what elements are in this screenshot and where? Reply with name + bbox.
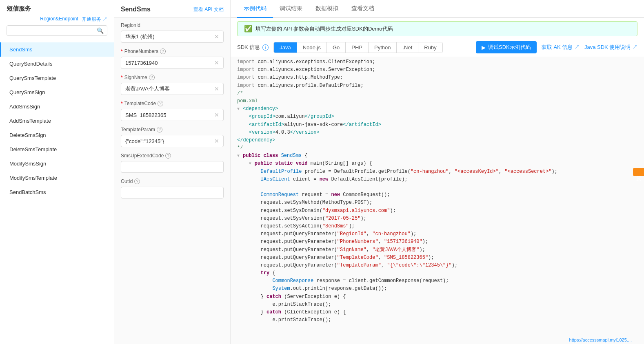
lang-tab-php[interactable]: PHP <box>346 42 369 53</box>
form-label-region-id: RegionId <box>121 22 224 28</box>
code-block: import com.aliyuncs.exceptions.ClientExc… <box>237 58 637 332</box>
clear-icon-template-code[interactable]: ✕ <box>214 112 219 118</box>
required-indicator: * <box>121 101 123 106</box>
form-group-template-code: * TemplateCode?✕ <box>121 101 224 121</box>
form-label-phone-numbers: * PhoneNumbers? <box>121 49 224 54</box>
url-bar: https://accesssmapi.myi1025.... <box>569 337 632 342</box>
notice-bar: ✅ 填写左侧的 API 参数会自动同步生成对应SDK的Demo代码 <box>237 21 637 36</box>
help-icon-template-code[interactable]: ? <box>158 101 163 106</box>
middle-title: SendSms <box>121 6 151 13</box>
form-label-sign-name: * SignName? <box>121 75 224 80</box>
help-icon-out-id[interactable]: ? <box>134 179 140 184</box>
tab-data-mock[interactable]: 数据模拟 <box>309 0 345 18</box>
form-label-template-code: * TemplateCode? <box>121 101 224 106</box>
sidebar-item-add-sms-sign[interactable]: AddSmsSign <box>0 99 114 114</box>
required-indicator: * <box>121 49 123 54</box>
sidebar-item-query-sms-template[interactable]: QuerySmsTemplate <box>0 71 114 85</box>
code-area: import com.aliyuncs.exceptions.ClientExc… <box>231 57 644 344</box>
middle-header: SendSms 查看 API 文档 <box>114 0 230 18</box>
play-icon: ▶ <box>482 44 486 51</box>
tab-view-doc[interactable]: 查看文档 <box>345 0 381 18</box>
lang-tab-python[interactable]: Python <box>369 42 397 53</box>
form-group-sign-name: * SignName?✕ <box>121 75 224 95</box>
lang-tab-java[interactable]: Java <box>274 42 297 53</box>
sidebar-item-modify-sms-sign[interactable]: ModifySmsSign <box>0 157 114 171</box>
notice-text: 填写左侧的 API 参数会自动同步生成对应SDK的Demo代码 <box>255 25 393 33</box>
form-group-out-id: OutId? <box>121 179 224 198</box>
lang-tab-nodejs[interactable]: Node.js <box>297 42 327 53</box>
input-sms-up-extend-code[interactable] <box>125 164 219 170</box>
form-group-region-id: RegionId✕ <box>121 22 224 43</box>
search-input[interactable] <box>10 28 97 34</box>
clear-icon-phone-numbers[interactable]: ✕ <box>214 60 219 66</box>
notice-check-icon: ✅ <box>244 25 252 33</box>
sidebar-item-delete-sms-template[interactable]: DeleteSmsTemplate <box>0 142 114 157</box>
form-label-template-param: TemplateParam? <box>121 127 224 132</box>
lang-tab-go[interactable]: Go <box>327 42 346 53</box>
input-wrap-template-code: ✕ <box>121 109 224 121</box>
input-wrap-region-id: ✕ <box>121 31 224 43</box>
search-icon: 🔍 <box>97 27 104 34</box>
sidebar-item-delete-sms-sign[interactable]: DeleteSmsSign <box>0 128 114 142</box>
sidebar: 短信服务 Region&Endpoint 开通服务 ↗ 🔍 SendSmsQue… <box>0 0 114 344</box>
right-panel: 示例代码调试结果数据模拟查看文档 ✅ 填写左侧的 API 参数会自动同步生成对应… <box>231 0 644 344</box>
help-icon-template-param[interactable]: ? <box>157 127 162 132</box>
try-sdk-btn-label: 调试SDK示例代码 <box>488 44 531 51</box>
clear-icon-region-id[interactable]: ✕ <box>214 33 219 40</box>
sdk-info-icon[interactable]: i <box>262 44 269 51</box>
clear-icon-sign-name[interactable]: ✕ <box>214 86 219 92</box>
form-section: RegionId✕* PhoneNumbers?✕* SignName?✕* T… <box>114 18 230 209</box>
input-template-param[interactable] <box>125 138 213 144</box>
input-sign-name[interactable] <box>125 86 213 92</box>
sidebar-item-query-send-details[interactable]: QuerySendDetails <box>0 57 114 71</box>
help-icon-phone-numbers[interactable]: ? <box>160 49 166 54</box>
region-endpoint-link[interactable]: Region&Endpoint <box>40 16 78 23</box>
form-label-out-id: OutId? <box>121 179 224 184</box>
sidebar-item-query-sms-sign[interactable]: QuerySmsSign <box>0 85 114 99</box>
sidebar-header: 短信服务 Region&Endpoint 开通服务 ↗ 🔍 <box>0 0 114 39</box>
lang-tabs-right: ▶ 调试SDK示例代码 获取 AK 信息 ↗ Java SDK 使用说明 ↗ <box>476 41 637 53</box>
lang-tab-net[interactable]: .Net <box>397 42 418 53</box>
input-phone-numbers[interactable] <box>125 60 213 66</box>
form-group-phone-numbers: * PhoneNumbers?✕ <box>121 49 224 69</box>
feedback-tab[interactable]: 反馈 <box>633 168 644 176</box>
middle-panel: SendSms 查看 API 文档 RegionId✕* PhoneNumber… <box>114 0 231 344</box>
input-wrap-sms-up-extend-code <box>121 161 224 173</box>
sidebar-item-modify-sms-template[interactable]: ModifySmsTemplate <box>0 171 114 185</box>
input-wrap-sign-name: ✕ <box>121 83 224 95</box>
try-sdk-button[interactable]: ▶ 调试SDK示例代码 <box>476 41 537 53</box>
tab-debug-result[interactable]: 调试结果 <box>273 0 309 18</box>
open-service-link[interactable]: 开通服务 ↗ <box>82 16 107 23</box>
clear-icon-template-param[interactable]: ✕ <box>214 138 219 144</box>
form-label-sms-up-extend-code: SmsUpExtendCode? <box>121 153 224 159</box>
required-indicator: * <box>121 75 123 80</box>
tab-sample-code[interactable]: 示例代码 <box>237 0 273 18</box>
form-group-template-param: TemplateParam?✕ <box>121 127 224 147</box>
search-box[interactable]: 🔍 <box>7 25 107 36</box>
input-region-id[interactable] <box>125 34 213 40</box>
sidebar-item-add-sms-template[interactable]: AddSmsTemplate <box>0 114 114 128</box>
sidebar-item-send-batch-sms[interactable]: SendBatchSms <box>0 185 114 199</box>
input-wrap-out-id <box>121 187 224 198</box>
java-sdk-link[interactable]: Java SDK 使用说明 ↗ <box>584 44 637 51</box>
sdk-info-label: SDK 信息 i <box>237 44 269 51</box>
sidebar-title: 短信服务 <box>7 5 107 13</box>
lang-tab-ruby[interactable]: Ruby <box>418 42 442 53</box>
lang-tabs-wrap: SDK 信息 i JavaNode.jsGoPHPPython.NetRuby … <box>231 40 644 57</box>
input-out-id[interactable] <box>125 190 219 196</box>
form-group-sms-up-extend-code: SmsUpExtendCode? <box>121 153 224 173</box>
help-icon-sign-name[interactable]: ? <box>149 75 155 80</box>
right-tabs: 示例代码调试结果数据模拟查看文档 <box>231 0 644 18</box>
get-ak-link[interactable]: 获取 AK 信息 ↗ <box>542 44 580 51</box>
api-doc-link[interactable]: 查看 API 文档 <box>193 6 224 13</box>
help-icon-sms-up-extend-code[interactable]: ? <box>165 153 171 159</box>
input-wrap-phone-numbers: ✕ <box>121 57 224 69</box>
sidebar-nav: SendSmsQuerySendDetailsQuerySmsTemplateQ… <box>0 39 114 344</box>
input-template-code[interactable] <box>125 112 213 118</box>
lang-tabs: JavaNode.jsGoPHPPython.NetRuby <box>273 42 442 53</box>
input-wrap-template-param: ✕ <box>121 135 224 147</box>
sidebar-item-send-sms[interactable]: SendSms <box>0 42 114 57</box>
